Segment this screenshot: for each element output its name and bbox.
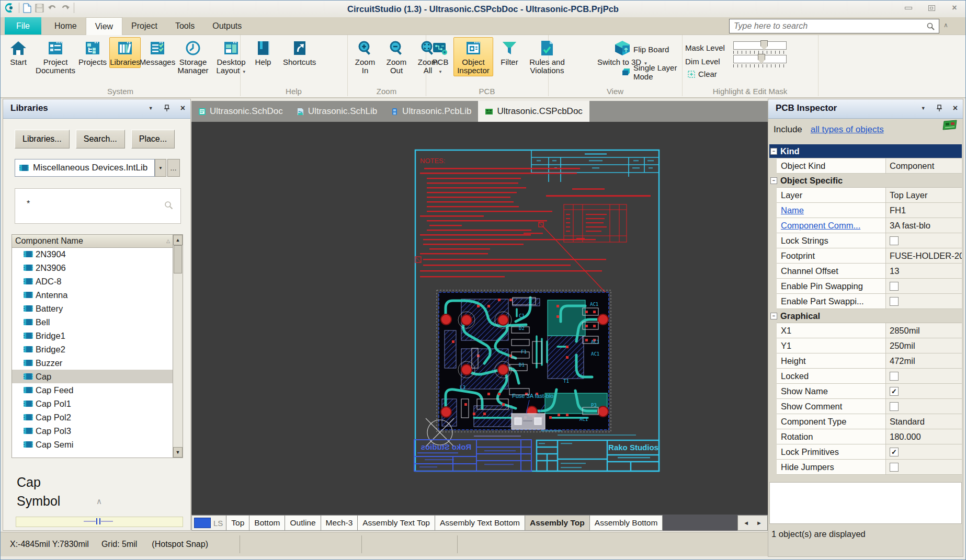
property-value[interactable]: FH1 bbox=[886, 203, 962, 218]
property-checkbox-cell[interactable] bbox=[886, 399, 962, 414]
property-value[interactable]: 250mil bbox=[886, 338, 962, 353]
list-item[interactable]: Cap bbox=[12, 370, 173, 383]
tab-file[interactable]: File bbox=[5, 17, 41, 35]
project-documents-button[interactable]: Project Documents bbox=[35, 37, 76, 76]
list-item[interactable]: Cap Feed bbox=[12, 383, 173, 397]
pcb-canvas[interactable]: NOTES: bbox=[191, 122, 768, 515]
list-item[interactable]: Bridge2 bbox=[12, 342, 173, 356]
list-item[interactable]: Bell bbox=[12, 315, 173, 329]
search-icon[interactable] bbox=[926, 22, 935, 30]
projects-button[interactable]: Projects bbox=[77, 37, 108, 68]
save-button[interactable] bbox=[35, 4, 44, 13]
panel-menu-icon[interactable]: ▼ bbox=[149, 106, 153, 111]
tab-home[interactable]: Home bbox=[46, 17, 86, 35]
list-item[interactable]: 2N3906 bbox=[12, 261, 173, 275]
layer-tab-outline[interactable]: Outline bbox=[285, 515, 321, 531]
scrollbar-thumb[interactable] bbox=[174, 245, 182, 273]
property-value[interactable]: 3A fast-blo bbox=[886, 218, 962, 233]
zoom-out-button[interactable]: Zoom Out bbox=[381, 37, 412, 76]
clear-mask-button[interactable]: Clear bbox=[685, 68, 787, 79]
property-value[interactable]: 13 bbox=[886, 264, 962, 278]
property-checkbox-cell[interactable]: ✓ bbox=[886, 444, 962, 459]
property-checkbox-cell[interactable] bbox=[886, 369, 962, 383]
layer-tab-assembly-text-top[interactable]: Assembly Text Top bbox=[358, 515, 435, 531]
list-item[interactable]: Cap Pol3 bbox=[12, 424, 173, 438]
slider-thumb[interactable] bbox=[758, 54, 765, 64]
panel-menu-icon[interactable]: ▼ bbox=[921, 106, 926, 111]
filter-button[interactable]: Filter bbox=[494, 37, 525, 68]
property-checkbox-cell[interactable]: ✓ bbox=[886, 384, 962, 398]
property-value[interactable]: 2850mil bbox=[886, 323, 962, 338]
slider-thumb[interactable] bbox=[760, 40, 768, 50]
restore-button[interactable] bbox=[926, 3, 937, 13]
list-item[interactable]: Cap Pol2 bbox=[12, 410, 173, 424]
zoom-in-button[interactable]: Zoom In bbox=[349, 37, 381, 76]
property-value[interactable]: Top Layer bbox=[886, 188, 962, 202]
library-dropdown-arrow[interactable]: ▼ bbox=[155, 159, 166, 177]
include-objects-link[interactable]: all types of objects bbox=[811, 124, 884, 135]
minimize-button[interactable] bbox=[903, 3, 914, 13]
object-inspector-button[interactable]: Object Inspector bbox=[453, 37, 493, 76]
dim-level-slider[interactable] bbox=[733, 55, 787, 63]
place-button[interactable]: Place... bbox=[131, 130, 175, 148]
mask-level-slider[interactable] bbox=[733, 41, 787, 50]
scroll-down-icon[interactable]: ▼ bbox=[173, 447, 183, 458]
property-value[interactable]: 472mil bbox=[886, 353, 962, 368]
tab-project[interactable]: Project bbox=[122, 17, 166, 35]
tab-tools[interactable]: Tools bbox=[166, 17, 203, 35]
property-checkbox-cell[interactable] bbox=[886, 279, 962, 293]
collapse-section-icon[interactable]: − bbox=[770, 177, 777, 184]
search-input[interactable] bbox=[730, 21, 926, 31]
layer-tab-assembly-text-bottom[interactable]: Assembly Text Bottom bbox=[435, 515, 525, 531]
collapse-section-icon[interactable]: ∧ bbox=[96, 497, 102, 506]
layer-tab-assembly-bottom[interactable]: Assembly Bottom bbox=[590, 515, 663, 531]
section-header[interactable]: −Kind bbox=[769, 144, 962, 158]
section-header[interactable]: −Object Specific bbox=[769, 174, 962, 187]
search-dialog-button[interactable]: Search... bbox=[76, 130, 125, 148]
doc-tab-pcblib[interactable]: Ultrasonic.PcbLib bbox=[384, 101, 478, 122]
library-more-button[interactable]: … bbox=[167, 159, 180, 177]
layer-tab-mech-3[interactable]: Mech-3 bbox=[321, 515, 358, 531]
shortcuts-button[interactable]: Shortcuts bbox=[280, 37, 319, 68]
property-value[interactable]: Standard bbox=[886, 414, 962, 429]
close-icon[interactable]: × bbox=[953, 104, 958, 113]
layer-tab-top[interactable]: Top bbox=[226, 515, 249, 531]
list-item[interactable]: Battery bbox=[12, 302, 173, 315]
collapse-ribbon-icon[interactable]: ∧ bbox=[944, 21, 948, 29]
single-layer-mode-button[interactable]: Single Layer Mode bbox=[619, 62, 682, 82]
scroll-left-icon[interactable]: ◄ bbox=[743, 520, 749, 526]
checkbox[interactable] bbox=[890, 297, 899, 306]
collapse-section-icon[interactable]: − bbox=[770, 313, 777, 319]
collapse-section-icon[interactable]: − bbox=[770, 148, 777, 155]
start-button[interactable]: Start bbox=[3, 37, 34, 68]
section-header[interactable]: −Graphical bbox=[769, 309, 962, 323]
library-dropdown[interactable]: Miscellaneous Devices.IntLib bbox=[15, 159, 155, 177]
checkbox[interactable] bbox=[890, 372, 899, 381]
tab-view[interactable]: View bbox=[86, 17, 122, 35]
storage-manager-button[interactable]: Storage Manager bbox=[174, 37, 212, 76]
component-filter-box[interactable]: * bbox=[15, 188, 181, 224]
property-checkbox-cell[interactable] bbox=[886, 460, 962, 474]
undo-button[interactable] bbox=[48, 4, 57, 12]
list-item[interactable]: Cap Semi bbox=[12, 438, 173, 451]
checkbox[interactable] bbox=[890, 236, 899, 245]
layer-tab-assembly-top[interactable]: Assembly Top bbox=[525, 515, 590, 531]
list-item[interactable]: Cap Pol1 bbox=[12, 397, 173, 410]
component-list-header[interactable]: Component Name △ bbox=[12, 235, 173, 248]
property-checkbox-cell[interactable] bbox=[886, 233, 962, 248]
property-value[interactable]: Component bbox=[886, 158, 962, 173]
pin-icon[interactable] bbox=[936, 105, 942, 112]
property-label[interactable]: Component Comm... bbox=[777, 218, 886, 233]
close-icon[interactable]: × bbox=[180, 104, 185, 113]
list-item[interactable]: 2N3904 bbox=[12, 247, 173, 261]
property-checkbox-cell[interactable] bbox=[886, 294, 962, 308]
new-document-button[interactable] bbox=[23, 3, 31, 13]
doc-tab-cspcbdoc[interactable]: Ultrasonic.CSPcbDoc bbox=[478, 101, 589, 122]
layer-set-tab[interactable]: LS bbox=[191, 515, 226, 531]
tab-outputs[interactable]: Outputs bbox=[203, 17, 251, 35]
checkbox[interactable] bbox=[890, 463, 899, 472]
flip-board-button[interactable]: Flip Board bbox=[619, 43, 682, 55]
checkbox[interactable]: ✓ bbox=[890, 387, 899, 396]
scroll-right-icon[interactable]: ► bbox=[756, 520, 762, 526]
close-button[interactable]: × bbox=[949, 3, 960, 13]
